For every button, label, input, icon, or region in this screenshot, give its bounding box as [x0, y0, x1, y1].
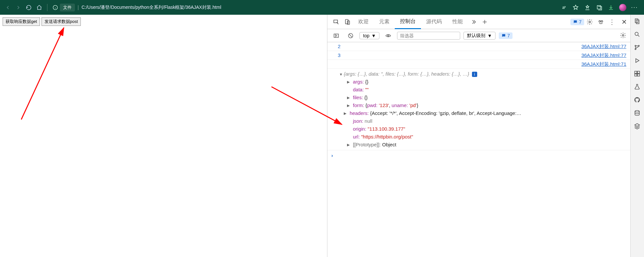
favorites-bar-icon[interactable]	[584, 4, 591, 11]
object-prop: data: ""	[344, 86, 626, 94]
issues-badge[interactable]: 7	[570, 19, 584, 25]
browser-toolbar: 文件 | C:/Users/潘登/Documents/python全系列/Fla…	[0, 0, 644, 15]
copy-icon[interactable]	[634, 18, 641, 25]
file-chip: 文件	[60, 4, 75, 11]
avatar[interactable]	[619, 4, 626, 11]
home-button[interactable]	[34, 2, 44, 13]
object-prop[interactable]: ▶files: {}	[344, 94, 626, 101]
info-icon[interactable]: i	[472, 72, 477, 77]
console-issues-count: 7	[507, 33, 510, 38]
browser-right-icons: aᵃ ···	[560, 4, 641, 11]
console-prompt[interactable]: ›	[327, 150, 630, 161]
object-prop-headers[interactable]: ▶headers: {Accept: '*/*', Accept-Encodin…	[344, 109, 626, 117]
issues-count: 7	[579, 19, 582, 25]
tab-console[interactable]: 控制台	[395, 15, 421, 29]
source-link[interactable]: 36AJAX封装.html:77	[581, 43, 626, 50]
object-prop: json: null	[344, 117, 626, 125]
svg-rect-23	[637, 74, 639, 76]
file-chip-label: 文件	[63, 5, 72, 10]
clear-console-icon[interactable]	[345, 30, 356, 41]
read-aloud-icon[interactable]: aᵃ	[560, 4, 567, 11]
branch-icon[interactable]	[634, 44, 641, 51]
svg-point-8	[599, 20, 600, 22]
database-icon[interactable]	[634, 110, 641, 117]
svg-point-17	[635, 45, 636, 46]
devtools-panel: 欢迎 元素 控制台 源代码 性能 7 ⋮ ✕ top ▼	[327, 15, 630, 257]
svg-point-18	[635, 48, 636, 49]
console-body: 2 36AJAX封装.html:77 3 36AJAX封装.html:77 36…	[327, 42, 630, 257]
forward-button[interactable]	[13, 2, 24, 13]
context-value: top	[363, 33, 369, 38]
search-icon[interactable]	[634, 31, 641, 38]
svg-point-12	[388, 35, 389, 36]
svg-line-2	[21, 28, 64, 119]
tab-welcome[interactable]: 欢迎	[353, 15, 374, 29]
tab-elements[interactable]: 元素	[374, 15, 395, 29]
log-value	[331, 60, 340, 68]
object-summary: {args: {…}, data: '', files: {…}, form: …	[344, 71, 469, 77]
svg-rect-1	[597, 6, 601, 9]
toggle-drawer-icon[interactable]	[331, 30, 342, 41]
downloads-icon[interactable]	[607, 4, 615, 11]
inspect-icon[interactable]	[331, 16, 342, 28]
favorite-icon[interactable]	[572, 4, 579, 11]
object-prototype[interactable]: ▶[[Prototype]]: Object	[344, 141, 626, 149]
object-prop: origin: "113.100.39.177"	[344, 125, 626, 133]
refresh-button[interactable]	[24, 2, 34, 13]
url-text: C:/Users/潘登/Documents/python全系列/Flask框架/…	[81, 5, 221, 10]
svg-point-7	[589, 21, 591, 23]
source-link[interactable]: 36AJAX封装.html:77	[581, 51, 626, 59]
divider: |	[78, 5, 79, 10]
address-bar[interactable]: 文件 | C:/Users/潘登/Documents/python全系列/Fla…	[53, 4, 560, 11]
info-icon	[53, 5, 58, 10]
svg-rect-5	[345, 19, 348, 24]
collections-icon[interactable]	[596, 4, 603, 11]
svg-point-19	[638, 45, 639, 46]
source-link[interactable]: 36AJAX封装.html:71	[581, 60, 626, 68]
expand-toggle-icon[interactable]	[339, 70, 343, 78]
dock-menu-icon[interactable]: ⋮	[606, 16, 618, 28]
svg-point-16	[635, 32, 638, 35]
svg-rect-20	[635, 71, 637, 74]
github-icon[interactable]	[634, 97, 641, 104]
level-value: 默认级别	[467, 33, 485, 39]
tab-sources[interactable]: 源代码	[421, 15, 447, 29]
get-button[interactable]: 获取响应数据get	[3, 17, 40, 26]
svg-point-13	[622, 34, 624, 36]
annotation-arrow-1	[18, 25, 70, 123]
live-expression-icon[interactable]	[383, 30, 394, 41]
back-button[interactable]	[3, 2, 13, 13]
add-tab-icon[interactable]	[479, 16, 490, 28]
object-prop[interactable]: ▶args: {}	[344, 78, 626, 86]
console-settings-icon[interactable]	[620, 32, 627, 39]
device-icon[interactable]	[342, 16, 353, 28]
page-viewport: 获取响应数据get 发送请求数据post	[0, 15, 327, 257]
svg-point-9	[601, 20, 603, 22]
console-object[interactable]: {args: {…}, data: '', files: {…}, form: …	[327, 69, 630, 150]
layers-icon[interactable]	[634, 123, 641, 130]
log-value: 3	[331, 51, 340, 59]
chevron-down-icon: ▼	[371, 33, 376, 38]
svg-point-24	[635, 111, 639, 112]
more-icon[interactable]: ···	[631, 4, 638, 11]
console-row[interactable]: 36AJAX封装.html:71	[327, 60, 630, 69]
object-prop: url: "https://httpbin.org/post"	[344, 133, 626, 141]
console-issues-badge[interactable]: 7	[499, 32, 513, 39]
feedback-icon[interactable]	[595, 16, 606, 28]
filter-input[interactable]	[397, 32, 460, 40]
tab-performance[interactable]: 性能	[447, 15, 468, 29]
beaker-icon[interactable]	[634, 83, 641, 91]
play-icon[interactable]	[634, 57, 641, 64]
level-selector[interactable]: 默认级别 ▼	[463, 32, 496, 40]
close-devtools-icon[interactable]: ✕	[621, 18, 627, 26]
settings-icon[interactable]	[584, 16, 595, 28]
post-button[interactable]: 发送请求数据post	[42, 17, 81, 26]
console-row[interactable]: 2 36AJAX封装.html:77	[327, 42, 630, 51]
object-prop-form[interactable]: ▶form: {pwd: '123', uname: 'pd'}	[344, 101, 626, 109]
edge-sidebar	[630, 15, 644, 257]
divider	[47, 4, 47, 11]
context-selector[interactable]: top ▼	[359, 32, 379, 39]
console-row[interactable]: 3 36AJAX封装.html:77	[327, 51, 630, 60]
more-tabs-icon[interactable]	[468, 16, 479, 28]
extensions-icon[interactable]	[634, 70, 641, 78]
